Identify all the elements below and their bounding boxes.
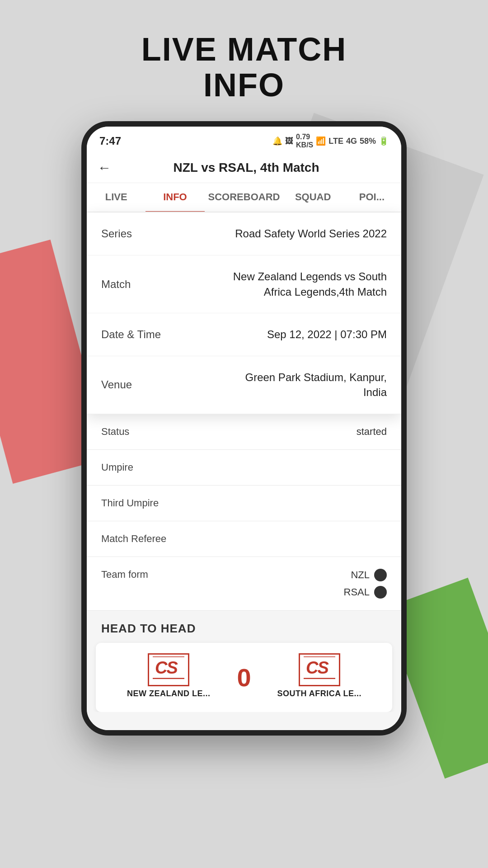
phone-mockup: 7:47 🔔 🖼 0.79KB/S 📶 LTE 4G 58% 🔋 ← NZL v…	[81, 121, 407, 736]
team-form-rsal: RSAL	[344, 586, 387, 599]
h2h-title: HEAD TO HEAD	[101, 622, 196, 635]
team-form-values: NZL RSAL	[344, 569, 387, 599]
venue-label: Venue	[101, 378, 132, 391]
bottom-padding	[87, 712, 401, 730]
match-title: NZL vs RSAL, 4th Match	[120, 160, 372, 175]
venue-value: Green Park Stadium, Kanpur, India	[230, 370, 387, 400]
match-referee-label: Match Referee	[101, 533, 166, 545]
status-icons: 🔔 🖼 0.79KB/S 📶 LTE 4G 58% 🔋	[272, 133, 389, 149]
series-value: Road Safety World Series 2022	[235, 226, 387, 241]
team2-name: SOUTH AFRICA LE...	[277, 689, 361, 698]
h2h-section-header: HEAD TO HEAD	[87, 611, 401, 643]
third-umpire-label: Third Umpire	[101, 497, 159, 509]
match-referee-row: Match Referee	[87, 521, 401, 557]
datetime-row: Date & Time Sep 12, 2022 | 07:30 PM	[87, 313, 401, 356]
rsal-team-name: RSAL	[344, 586, 370, 598]
info-card: Series Road Safety World Series 2022 Mat…	[87, 212, 401, 414]
nzl-form-dot	[374, 569, 387, 581]
team-form-nzl: NZL	[351, 569, 387, 581]
tab-live[interactable]: LIVE	[87, 183, 145, 212]
venue-row: Venue Green Park Stadium, Kanpur, India	[87, 356, 401, 414]
notification-icon: 🔔	[272, 136, 282, 146]
page-title: LIVE MATCH INFO	[0, 32, 488, 103]
h2h-score: 0	[228, 663, 260, 692]
umpire-row: Umpire	[87, 450, 401, 486]
datetime-value: Sep 12, 2022 | 07:30 PM	[267, 327, 387, 342]
page-title-section: LIVE MATCH INFO	[0, 0, 488, 121]
battery-level: 58%	[360, 137, 376, 146]
match-row: Match New Zealand Legends vs South Afric…	[87, 255, 401, 313]
h2h-team2: CS SOUTH AFRICA LE...	[260, 656, 379, 698]
third-umpire-row: Third Umpire	[87, 486, 401, 521]
back-button[interactable]: ←	[98, 160, 111, 175]
network-icon: LTE	[328, 137, 343, 146]
battery-icon: 🔋	[379, 136, 389, 146]
team-form-label: Team form	[101, 569, 148, 580]
datetime-label: Date & Time	[101, 328, 161, 341]
team1-logo-text: CS	[148, 653, 189, 686]
tab-squad[interactable]: SQUAD	[283, 183, 342, 212]
team1-logo: CS	[150, 656, 187, 684]
team2-logo: CS	[301, 656, 338, 684]
image-icon: 🖼	[285, 137, 293, 146]
status-value: started	[357, 426, 387, 438]
match-label: Match	[101, 278, 131, 291]
series-label: Series	[101, 227, 132, 240]
svg-text:CS: CS	[306, 658, 328, 677]
status-bar: 7:47 🔔 🖼 0.79KB/S 📶 LTE 4G 58% 🔋	[87, 127, 401, 153]
team-form-row: Team form NZL RSAL	[87, 557, 401, 611]
svg-text:CS: CS	[155, 658, 178, 677]
wifi-icon: 📶	[316, 136, 326, 146]
main-content: Status started Umpire Third Umpire Match…	[87, 414, 401, 730]
tab-info[interactable]: INFO	[145, 183, 204, 212]
tab-poi[interactable]: POI...	[343, 183, 401, 212]
rsal-form-dot	[374, 586, 387, 599]
status-time: 7:47	[99, 135, 121, 147]
umpire-label: Umpire	[101, 462, 133, 473]
match-value: New Zealand Legends vs South Africa Lege…	[230, 269, 387, 299]
team2-logo-text: CS	[299, 653, 340, 686]
signal-speed: 0.79KB/S	[296, 133, 313, 149]
team1-name: NEW ZEALAND LE...	[127, 689, 211, 698]
tab-bar: LIVE INFO SCOREBOARD SQUAD POI...	[87, 183, 401, 212]
cellular-icon: 4G	[346, 137, 357, 146]
status-row: Status started	[87, 414, 401, 450]
series-row: Series Road Safety World Series 2022	[87, 212, 401, 255]
nzl-team-name: NZL	[351, 569, 370, 581]
tab-scoreboard[interactable]: SCOREBOARD	[205, 183, 284, 212]
status-label: Status	[101, 426, 129, 438]
top-nav: ← NZL vs RSAL, 4th Match	[87, 153, 401, 183]
h2h-card: CS NEW ZEALAND LE... 0 CS	[96, 643, 392, 712]
h2h-team1: CS NEW ZEALAND LE...	[109, 656, 228, 698]
